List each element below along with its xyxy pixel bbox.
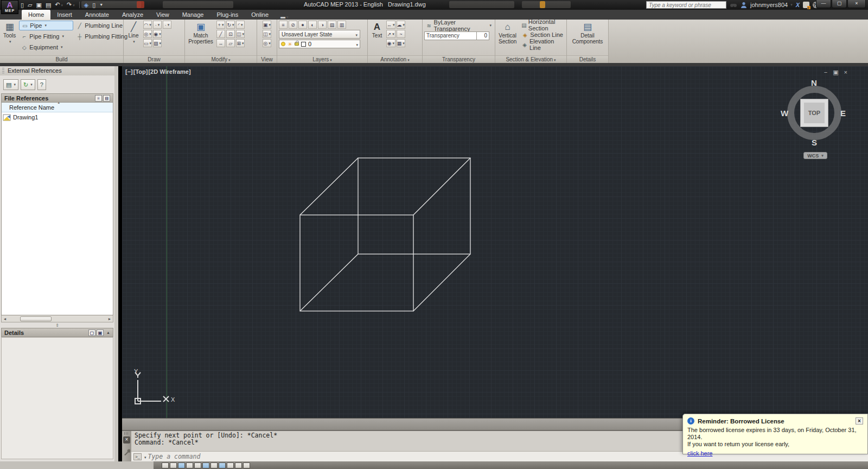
recent-commands-icon[interactable]: [143, 453, 146, 460]
panel-label-layers[interactable]: Layers: [277, 55, 367, 63]
fillet-button[interactable]: ◜: [236, 21, 245, 29]
copy-button[interactable]: ⊡: [226, 30, 235, 38]
elevation-line-button[interactable]: ◈ Elevation Line: [520, 40, 565, 49]
tab-home[interactable]: Home: [22, 10, 50, 20]
array-button[interactable]: ⊞: [236, 39, 245, 47]
new-icon[interactable]: ▯: [20, 1, 25, 9]
view-interface-button[interactable]: ◫: [263, 30, 271, 38]
open-icon[interactable]: ▱: [27, 1, 33, 9]
search-input[interactable]: [646, 1, 726, 9]
bylayer-transparency-dropdown[interactable]: ≋ ByLayer Transparency: [424, 22, 493, 29]
redo-icon[interactable]: ↷: [66, 0, 76, 10]
close-button[interactable]: ×: [847, 0, 866, 8]
panel-label-transparency[interactable]: Transparency: [423, 55, 495, 63]
plot-icon[interactable]: ▤: [44, 1, 52, 9]
dimension-button[interactable]: ↔: [386, 21, 395, 29]
snap-toggle[interactable]: [170, 462, 177, 468]
layer-unisolate-button[interactable]: ◑: [318, 21, 327, 29]
compass-south[interactable]: S: [812, 138, 817, 147]
panel-label-annotation[interactable]: Annotation: [368, 55, 422, 63]
scale-button[interactable]: ▱: [226, 39, 235, 47]
mirror-button[interactable]: ◫: [236, 30, 245, 38]
detail-components-button[interactable]: ▤ Detail Components: [570, 21, 605, 54]
column-header-reference-name[interactable]: Reference Name ▴: [2, 103, 113, 112]
drawing-close-icon[interactable]: ×: [844, 69, 847, 76]
scrollbar-thumb[interactable]: [20, 316, 52, 321]
layer-match-button[interactable]: ▥: [337, 21, 346, 29]
polar-toggle[interactable]: [194, 462, 201, 468]
horizontal-section-button[interactable]: ▤ Horizontal Section: [520, 21, 565, 29]
update-notification-icon[interactable]: [803, 2, 809, 8]
viewport-style-control[interactable]: [2D Wireframe]: [148, 68, 190, 75]
rectangle-button[interactable]: ▭: [143, 39, 152, 47]
details-view2-icon[interactable]: ▣: [97, 329, 104, 336]
layer-freeze-button[interactable]: ●: [298, 21, 307, 29]
pipe-fitting-button[interactable]: ⌐ Pipe Fitting: [19, 31, 73, 41]
signin-user-button[interactable]: johnmyers804: [750, 2, 793, 8]
vertical-section-button[interactable]: ⌂ Vertical Section: [497, 21, 518, 54]
qat-customize-icon[interactable]: ▼: [98, 1, 104, 9]
ribbon-minimize-icon[interactable]: ▬: [280, 14, 289, 20]
scroll-right-icon[interactable]: ►: [106, 317, 113, 321]
ortho-toggle[interactable]: [186, 462, 193, 468]
viewcube-top-face[interactable]: TOP: [800, 99, 828, 127]
restore-button[interactable]: ▢: [832, 0, 847, 8]
dyn-ucs-toggle[interactable]: [219, 462, 226, 468]
attach-dwg-button[interactable]: ▤: [3, 79, 18, 90]
named-views-button[interactable]: ◎: [263, 39, 271, 47]
exchange-apps-icon[interactable]: X: [796, 2, 800, 8]
tab-plugins[interactable]: Plug-ins: [210, 10, 245, 20]
line-button[interactable]: ╱ Line: [125, 21, 142, 54]
text-button[interactable]: A Text: [369, 21, 385, 54]
refresh-button[interactable]: ↻: [21, 79, 35, 90]
dyn-input-toggle[interactable]: [227, 462, 234, 468]
workspace-icon[interactable]: ◈: [83, 1, 90, 9]
palette-title-bar[interactable]: External References: [0, 66, 114, 75]
command-grip-bar[interactable]: ×: [122, 431, 131, 461]
palette-splitter[interactable]: ⇕: [0, 322, 114, 328]
stretch-button[interactable]: ↔: [216, 39, 225, 47]
collapse-icon[interactable]: ▲: [106, 331, 110, 334]
details-view1-icon[interactable]: ▢: [88, 329, 95, 336]
rotate-button[interactable]: ↻: [226, 21, 235, 29]
minimize-button[interactable]: —: [816, 0, 831, 8]
panel-label-section[interactable]: Section & Elevation: [495, 55, 566, 63]
equipment-button[interactable]: ◇ Equipment: [19, 42, 73, 52]
tab-view[interactable]: View: [150, 10, 176, 20]
scroll-left-icon[interactable]: ◄: [2, 317, 8, 321]
save-icon[interactable]: ▣: [35, 1, 43, 9]
circle-button[interactable]: ◎: [143, 30, 152, 38]
tab-insert[interactable]: Insert: [50, 10, 79, 20]
undo-icon[interactable]: ↶: [54, 0, 64, 10]
grid-toggle[interactable]: [178, 462, 185, 468]
otrack-toggle[interactable]: [210, 462, 218, 468]
viewcube[interactable]: N S W E TOP: [780, 78, 849, 159]
layer-properties-button[interactable]: ≡: [279, 21, 288, 29]
compass-west[interactable]: W: [781, 109, 788, 118]
layer-state-dropdown[interactable]: Unsaved Layer State: [279, 30, 360, 39]
tab-manage[interactable]: Manage: [176, 10, 210, 20]
application-menu-button[interactable]: A MEP: [1, 0, 18, 14]
polyline-button[interactable]: ·: [153, 21, 162, 29]
point-button[interactable]: ·: [163, 21, 171, 29]
layer-off-button[interactable]: ⊘: [289, 21, 297, 29]
wcs-dropdown[interactable]: WCS: [803, 152, 827, 159]
transparency-field[interactable]: Transparency 0: [424, 31, 489, 40]
ellipse-button[interactable]: ◉: [153, 30, 162, 38]
tab-analyze[interactable]: Analyze: [116, 10, 150, 20]
search-binoculars-icon[interactable]: [730, 2, 737, 8]
panel-label-build[interactable]: Build: [0, 55, 123, 63]
lineweight-toggle[interactable]: [235, 462, 242, 468]
panel-label-details[interactable]: Details: [567, 55, 608, 63]
move-button[interactable]: +: [216, 21, 225, 29]
tab-annotate[interactable]: Annotate: [79, 10, 116, 20]
transparency-toggle[interactable]: [243, 462, 250, 468]
customize-wrench-icon[interactable]: [123, 449, 130, 456]
osnap-toggle[interactable]: [202, 462, 209, 468]
multileader-button[interactable]: ↗: [386, 30, 395, 38]
panel-label-draw[interactable]: Draw: [124, 55, 184, 63]
layer-current-button[interactable]: ▤: [328, 21, 336, 29]
list-view-icon[interactable]: ≡: [95, 95, 102, 102]
layer-isolate-button[interactable]: ◐: [308, 21, 317, 29]
click-here-link[interactable]: click here: [687, 450, 712, 457]
